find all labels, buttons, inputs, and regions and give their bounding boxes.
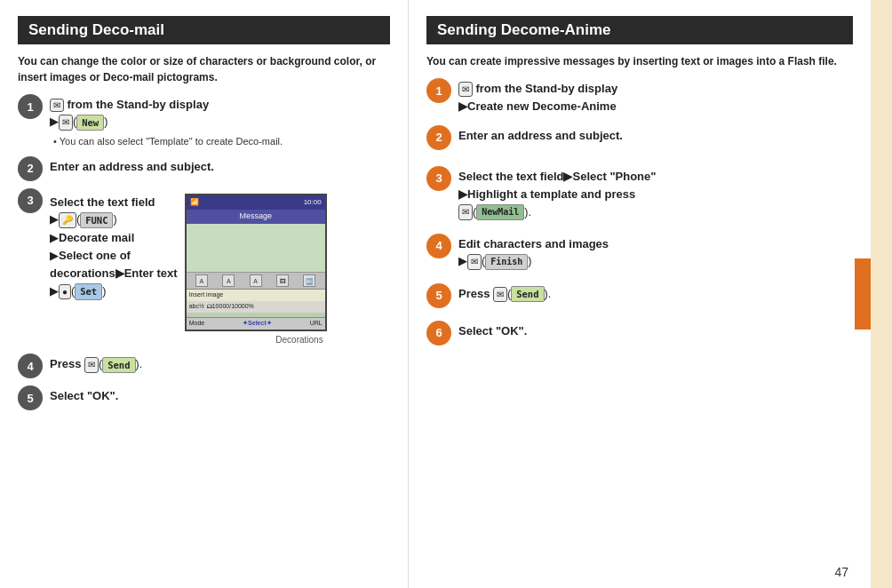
step-1-line2: ▶✉(New) bbox=[50, 114, 390, 131]
right-step-5-text: Press bbox=[458, 287, 493, 300]
pb-center: ✦Select✦ bbox=[243, 319, 272, 329]
phone-body bbox=[187, 224, 325, 273]
step-1-text1: from the Stand-by display bbox=[67, 98, 209, 111]
right-step-num-2: 2 bbox=[426, 125, 451, 150]
pb-right: URL bbox=[310, 319, 323, 329]
right-step-6-text: Select "OK". bbox=[458, 324, 527, 338]
step-num-2: 2 bbox=[18, 156, 43, 181]
step-1-content: ✉ from the Stand-by display ▶✉(New) You … bbox=[50, 94, 390, 149]
phone-count-left: abc½ 🗂10000/10000% bbox=[189, 302, 254, 312]
right-step-3-text2: ▶Highlight a template and press bbox=[458, 187, 635, 201]
left-step-4: 4 Press ✉(Send). bbox=[18, 354, 390, 378]
set-badge: Set bbox=[75, 283, 102, 299]
tb-icon-2: A bbox=[222, 274, 235, 287]
func-badge: FUNC bbox=[80, 212, 113, 228]
right-send-badge: Send bbox=[511, 286, 544, 302]
page-number: 47 bbox=[834, 565, 848, 579]
send-badge-left: Send bbox=[102, 357, 135, 373]
right-step-1-text2: ▶Create new Decome-Anime bbox=[458, 99, 617, 113]
step-3-text3: Select one of bbox=[59, 249, 131, 262]
new-badge: New bbox=[76, 115, 104, 131]
right-mail-icon-4: ✉ bbox=[467, 254, 482, 270]
tb-icon-1: A bbox=[195, 274, 208, 287]
step-num-5: 5 bbox=[18, 385, 43, 410]
set-icon: ● bbox=[59, 284, 71, 300]
orange-tab bbox=[855, 258, 871, 330]
right-panel: Sending Decome-Anime You can create impr… bbox=[409, 0, 871, 588]
right-step-6: 6 Select "OK". bbox=[426, 321, 853, 346]
right-send-icon: ✉ bbox=[493, 287, 507, 303]
step-2-content: Enter an address and subject. bbox=[50, 156, 390, 176]
step-3-content: Select the text field ▶🔑(FUNC) ▶Decorate… bbox=[50, 188, 390, 347]
step-2-text: Enter an address and subject. bbox=[50, 160, 214, 173]
phone-status-right: 10:00 bbox=[304, 197, 322, 208]
left-step-3: 3 Select the text field ▶🔑(FUNC) ▶Decora… bbox=[18, 188, 390, 347]
phone-title: Message bbox=[187, 210, 325, 224]
right-step-num-6: 6 bbox=[426, 321, 451, 346]
left-panel: Sending Deco-mail You can change the col… bbox=[0, 0, 409, 588]
left-step-2: 2 Enter an address and subject. bbox=[18, 156, 390, 181]
newmail-badge: NewMail bbox=[476, 204, 524, 220]
step-3-text4: decorations▶Enter text bbox=[50, 266, 178, 280]
phone-bottom-bar: Mode ✦Select✦ URL bbox=[187, 317, 325, 330]
finish-badge: Finish bbox=[485, 254, 528, 270]
phone-text-tools: Insert image bbox=[187, 290, 325, 301]
left-desc: You can change the color or size of char… bbox=[18, 53, 390, 85]
right-step-1: 1 ✉ from the Stand-by display ▶Create ne… bbox=[426, 78, 853, 116]
decorations-label: Decorations bbox=[185, 333, 327, 347]
send-icon-left: ✉ bbox=[84, 357, 99, 373]
right-desc: You can create impressive messages by in… bbox=[426, 53, 853, 69]
step-num-3: 3 bbox=[18, 188, 43, 213]
step-1-line1: ✉ from the Stand-by display bbox=[50, 96, 390, 114]
pb-left: Mode bbox=[189, 319, 205, 329]
tb-icon-3: A bbox=[250, 274, 262, 287]
left-step-5: 5 Select "OK". bbox=[18, 385, 390, 410]
right-step-3-content: Select the text field▶Select "Phone" ▶Hi… bbox=[458, 166, 853, 221]
tb-icon-4: 🖼 bbox=[276, 274, 289, 287]
step-5-text: Select "OK". bbox=[50, 389, 118, 402]
right-step-5-content: Press ✉(Send). bbox=[458, 283, 853, 303]
connect-label: Connect bbox=[838, 268, 851, 321]
step-1-note: You can also select "Template" to create… bbox=[53, 134, 390, 149]
right-step-4-text1: Edit characters and images bbox=[458, 237, 609, 250]
right-step-5: 5 Press ✉(Send). bbox=[426, 283, 853, 308]
right-step-6-content: Select "OK". bbox=[458, 321, 853, 340]
phone-toolbar: A A A 🖼 🔤 bbox=[187, 273, 325, 290]
right-step-num-1: 1 bbox=[426, 78, 451, 103]
left-title: Sending Deco-mail bbox=[18, 16, 390, 44]
func-icon: 🔑 bbox=[59, 212, 76, 228]
step-4-content: Press ✉(Send). bbox=[50, 354, 390, 373]
step-3-text1: Select the text field bbox=[50, 195, 155, 209]
right-mail-icon-3: ✉ bbox=[458, 204, 473, 220]
right-step-4-content: Edit characters and images ▶✉(Finish) bbox=[458, 234, 853, 271]
right-step-3-text1: Select the text field▶Select "Phone" bbox=[458, 170, 656, 183]
mail-icon-1: ✉ bbox=[50, 99, 64, 112]
phone-header: 📶 10:00 bbox=[187, 195, 325, 210]
step-3-screenshot-area: Select the text field ▶🔑(FUNC) ▶Decorate… bbox=[50, 194, 390, 347]
right-step-2: 2 Enter an address and subject. bbox=[426, 125, 853, 150]
step-5-content: Select "OK". bbox=[50, 385, 390, 405]
right-step-1-content: ✉ from the Stand-by display ▶Create new … bbox=[458, 78, 853, 116]
step-num-4: 4 bbox=[18, 354, 43, 378]
step-3-text2: Decorate mail bbox=[59, 231, 134, 244]
right-step-num-5: 5 bbox=[426, 283, 451, 308]
step-4-text: Press bbox=[50, 357, 84, 370]
right-mail-icon-1: ✉ bbox=[458, 82, 473, 98]
right-step-num-3: 3 bbox=[426, 166, 451, 191]
phone-status-left: 📶 bbox=[190, 197, 199, 208]
mail-icon-2: ✉ bbox=[59, 115, 73, 131]
right-step-3: 3 Select the text field▶Select "Phone" ▶… bbox=[426, 166, 853, 221]
left-step-1: 1 ✉ from the Stand-by display ▶✉(New) Yo… bbox=[18, 94, 390, 149]
right-step-2-text: Enter an address and subject. bbox=[458, 129, 623, 142]
step-num-1: 1 bbox=[18, 94, 43, 119]
phone-screenshot-wrapper: 📶 10:00 Message A A A 🖼 🔤 bbox=[185, 194, 327, 347]
tb-icon-5: 🔤 bbox=[303, 274, 315, 287]
right-step-4: 4 Edit characters and images ▶✉(Finish) bbox=[426, 234, 853, 271]
right-title: Sending Decome-Anime bbox=[426, 16, 853, 44]
phone-screen: 📶 10:00 Message A A A 🖼 🔤 bbox=[185, 194, 327, 331]
right-step-num-4: 4 bbox=[426, 234, 451, 258]
right-step-1-text1: from the Stand-by display bbox=[475, 82, 617, 95]
right-step-2-content: Enter an address and subject. bbox=[458, 125, 853, 145]
phone-counter: abc½ 🗂10000/10000% bbox=[187, 301, 325, 313]
step-3-text-block: Select the text field ▶🔑(FUNC) ▶Decorate… bbox=[50, 194, 178, 300]
